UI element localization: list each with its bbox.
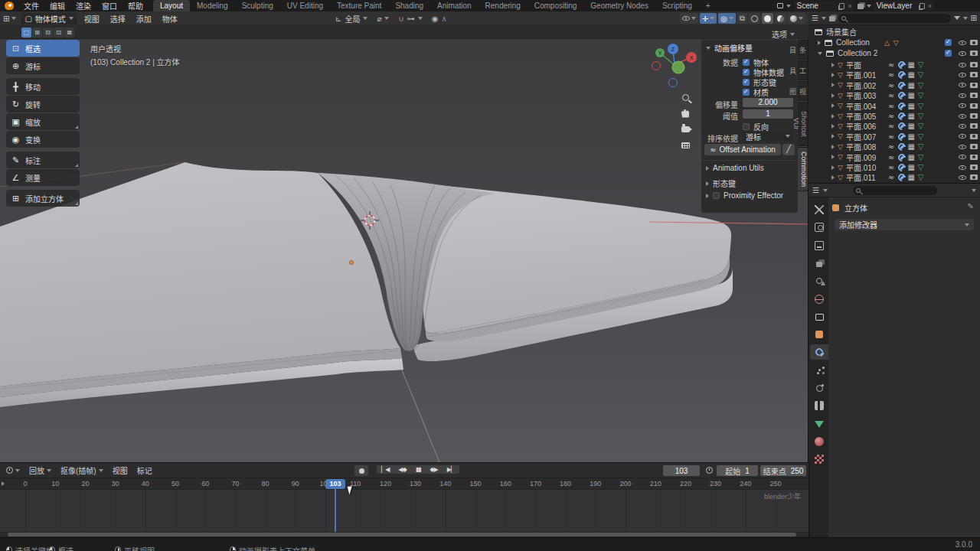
properties-tab-world[interactable] bbox=[810, 292, 828, 307]
properties-editor-chevron-icon[interactable] bbox=[823, 189, 828, 192]
collection-checkbox[interactable] bbox=[945, 39, 952, 46]
scrollbar-handle[interactable] bbox=[8, 533, 796, 536]
timeline-region[interactable]: 回放抠像(插帧)视图标记 ▏◀ ◀◆ ▮▮ ◆▶ ▶▏ 103 起始 1 结束点… bbox=[0, 463, 808, 537]
pan-hand-icon[interactable] bbox=[678, 106, 692, 120]
view-layer-copy-icon[interactable] bbox=[920, 3, 925, 9]
zoom-icon[interactable] bbox=[678, 90, 692, 104]
current-frame-field[interactable]: 103 bbox=[663, 465, 700, 476]
render-camera-icon[interactable] bbox=[970, 155, 978, 160]
playhead-label[interactable]: 103 bbox=[325, 479, 345, 489]
hide-eye-icon[interactable] bbox=[959, 114, 966, 119]
pause-button[interactable]: ▮▮ bbox=[411, 465, 426, 474]
frame-end-field[interactable]: 结束点 250 bbox=[760, 465, 806, 476]
checkbox-2[interactable] bbox=[743, 79, 750, 86]
scene-name[interactable]: Scene bbox=[796, 2, 836, 10]
render-camera-icon[interactable] bbox=[970, 40, 978, 45]
object-row-7[interactable]: ▽平面.007≈▦▽ bbox=[808, 132, 980, 142]
falloff-icon[interactable]: ∧ bbox=[441, 15, 446, 23]
workspace-tab-0[interactable]: Layout bbox=[153, 0, 190, 11]
timeline-menu-3[interactable]: 标记 bbox=[132, 465, 157, 476]
sidebar-tab-0[interactable]: 条目 bbox=[798, 40, 808, 60]
properties-tab-texture[interactable] bbox=[810, 452, 828, 467]
object-row-6[interactable]: ▽平面.006≈▦▽ bbox=[808, 121, 980, 131]
checkbox-0[interactable] bbox=[743, 59, 750, 66]
tool-button-0[interactable]: ⊡框选 bbox=[6, 40, 80, 57]
collapse-icon[interactable] bbox=[818, 52, 822, 55]
filter-funnel-icon[interactable] bbox=[954, 16, 960, 20]
viewport-menu-2[interactable]: 添加 bbox=[131, 13, 157, 24]
camera-view-icon[interactable] bbox=[678, 122, 692, 136]
workspace-tab-2[interactable]: Sculpting bbox=[235, 0, 280, 11]
render-camera-icon[interactable] bbox=[970, 165, 978, 170]
navigation-gizmo[interactable]: Z X Y bbox=[651, 42, 698, 90]
select-mode-intersect-icon[interactable]: ⊠ bbox=[64, 28, 74, 37]
tool-button-4[interactable]: ▣缩放 bbox=[6, 113, 80, 130]
playhead-line[interactable] bbox=[335, 489, 336, 532]
threshold-value-field[interactable]: 1 bbox=[743, 109, 793, 119]
hide-eye-icon[interactable] bbox=[959, 145, 966, 149]
orientation-chevron-icon[interactable] bbox=[363, 17, 368, 20]
properties-tab-constraints[interactable] bbox=[810, 398, 828, 413]
shading-solid-button[interactable] bbox=[762, 13, 773, 24]
timeline-ruler[interactable]: 0102030405060708090100110120130140150160… bbox=[0, 478, 808, 490]
channel-expand-icon[interactable] bbox=[2, 481, 5, 486]
timeline-menu-2[interactable]: 视图 bbox=[108, 465, 132, 476]
frame-start-field[interactable]: 起始 1 bbox=[717, 465, 758, 476]
xray-toggle[interactable]: ⧉ bbox=[737, 13, 747, 24]
render-camera-icon[interactable] bbox=[970, 113, 978, 119]
workspace-tab-3[interactable]: UV Editing bbox=[280, 0, 330, 11]
topbar-menu-4[interactable]: 帮助 bbox=[122, 0, 149, 11]
render-camera-icon[interactable] bbox=[970, 51, 978, 56]
workspace-tab-11[interactable]: + bbox=[699, 0, 717, 11]
object-origin-dot[interactable] bbox=[350, 261, 354, 265]
properties-editor-icon[interactable]: ☰ bbox=[812, 186, 819, 194]
expand-icon[interactable] bbox=[831, 83, 835, 87]
tool-button-2[interactable]: ╋移动 bbox=[6, 78, 80, 95]
new-collection-icon[interactable]: ⊞ bbox=[971, 14, 977, 22]
sidebar-tab-2[interactable]: 视图 bbox=[798, 81, 808, 101]
select-mode-subtract-icon[interactable]: ⊟ bbox=[43, 28, 53, 37]
expand-icon[interactable] bbox=[831, 103, 835, 108]
timeline-menu-0[interactable]: 回放 bbox=[24, 465, 56, 476]
properties-tab-scene[interactable] bbox=[810, 273, 828, 289]
sidebar-tab-4[interactable]: Commotion bbox=[798, 147, 808, 191]
hide-eye-icon[interactable] bbox=[959, 124, 966, 129]
scene-icon[interactable] bbox=[777, 3, 783, 8]
tool-button-5[interactable]: ◉变换 bbox=[6, 131, 80, 148]
auto-keying-toggle[interactable] bbox=[354, 465, 368, 476]
scene-chevron-icon[interactable] bbox=[786, 5, 791, 8]
expand-icon[interactable] bbox=[831, 124, 835, 129]
tool-button-1[interactable]: ⊕游标 bbox=[6, 57, 80, 74]
add-modifier-dropdown[interactable]: 添加修改器 bbox=[835, 219, 974, 230]
expand-icon[interactable] bbox=[818, 41, 821, 45]
snap-chevron-icon[interactable] bbox=[418, 17, 423, 20]
eyedropper-button[interactable]: ╱ bbox=[782, 144, 795, 155]
object-row-3[interactable]: ▽平面.003≈▦▽ bbox=[808, 90, 980, 100]
object-row-2[interactable]: ▽平面.002≈▦▽ bbox=[808, 80, 980, 90]
tool-button-6[interactable]: ✎标注 bbox=[6, 152, 80, 168]
sidebar-tab-3[interactable]: Shortcut VUr bbox=[798, 102, 808, 146]
sidebar-tab-1[interactable]: 工具 bbox=[798, 60, 808, 80]
select-mode-extend-icon[interactable]: ⊞ bbox=[32, 28, 42, 37]
collection-checkbox[interactable] bbox=[945, 50, 952, 57]
collapsed-panel-2[interactable]: Proximity Effector bbox=[706, 191, 783, 200]
timeline-scrollbar[interactable] bbox=[0, 532, 808, 537]
expand-icon[interactable] bbox=[831, 165, 835, 170]
panel-title[interactable]: 动画偏移量 bbox=[714, 42, 753, 54]
object-row-9[interactable]: ▽平面.009≈▦▽ bbox=[808, 152, 980, 162]
hide-eye-icon[interactable] bbox=[959, 73, 966, 77]
timeline-editor-button[interactable] bbox=[6, 467, 20, 474]
expand-icon[interactable] bbox=[831, 175, 835, 180]
prev-keyframe-button[interactable]: ◀◆ bbox=[394, 465, 410, 474]
render-camera-icon[interactable] bbox=[970, 93, 978, 98]
scene-field[interactable]: Scene × bbox=[794, 1, 854, 11]
properties-tab-render[interactable] bbox=[810, 220, 828, 235]
object-row-10[interactable]: ▽平面.010≈▦▽ bbox=[808, 162, 980, 172]
object-row-1[interactable]: ▽平面.001≈▦▽ bbox=[808, 70, 980, 80]
offset-value-field[interactable]: 2.000 bbox=[743, 98, 793, 107]
shading-wireframe-button[interactable] bbox=[749, 13, 760, 24]
render-camera-icon[interactable] bbox=[970, 144, 978, 149]
view-layer-field[interactable]: ViewLayer × bbox=[874, 1, 934, 11]
workspace-tab-1[interactable]: Modeling bbox=[190, 0, 235, 11]
render-camera-icon[interactable] bbox=[970, 123, 978, 129]
